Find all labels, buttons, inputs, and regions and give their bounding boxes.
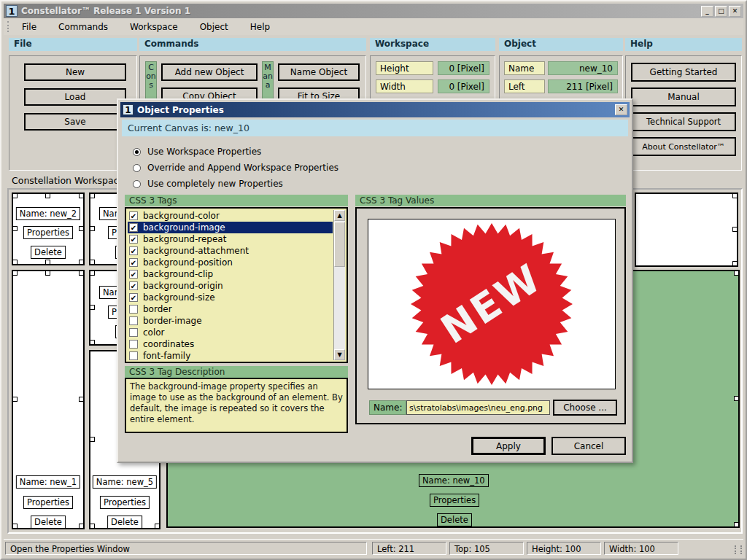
choose-button[interactable]: Choose ... — [553, 400, 617, 416]
menu-object[interactable]: Object — [193, 20, 235, 34]
menubar-grip-icon — [7, 21, 9, 32]
tag-row[interactable]: ✔background-position — [128, 257, 333, 268]
tag-checkbox[interactable] — [129, 340, 138, 349]
width-value: 0 [Pixel] — [438, 79, 489, 93]
tag-row[interactable]: color — [128, 327, 333, 338]
close-button[interactable]: ✕ — [729, 6, 741, 17]
tag-row[interactable]: ✔background-origin — [128, 280, 333, 292]
help-panel: Help Getting Started Manual Technical Su… — [625, 38, 742, 171]
tag-checkbox[interactable]: ✔ — [129, 258, 138, 267]
radio-option[interactable]: Use Workspace Properties — [133, 144, 338, 160]
object-panel-header: Object — [499, 38, 623, 51]
status-top: Top: 105 — [449, 542, 524, 555]
tag-row[interactable]: ✔background-attachment — [128, 245, 333, 257]
tag-row[interactable]: border-image — [128, 315, 333, 327]
tag-checkbox[interactable] — [129, 305, 138, 314]
file-panel-header: File — [9, 38, 137, 51]
object-name-label: Name: new_5 — [93, 475, 157, 489]
radio-option[interactable]: Override and Append Workspace Properties — [133, 160, 338, 176]
tag-row[interactable]: ✔background-image — [128, 222, 333, 233]
tag-checkbox[interactable]: ✔ — [129, 281, 138, 290]
tag-row[interactable]: ✔background-color — [128, 210, 333, 222]
workspace-panel-header: Workspace — [370, 38, 495, 51]
tag-checkbox[interactable] — [129, 328, 138, 337]
css3-tag-description: The background-image property specifies … — [125, 378, 348, 433]
about-constellator-button[interactable]: About Constellator™ — [631, 137, 736, 156]
menu-commands[interactable]: Commands — [52, 20, 115, 34]
radio-label: Override and Append Workspace Properties — [147, 163, 338, 173]
tag-checkbox[interactable]: ✔ — [129, 246, 138, 255]
object-delete-button[interactable]: Delete — [437, 513, 472, 526]
css3-tags-list[interactable]: ✔background-color✔background-image✔backg… — [125, 207, 348, 363]
save-button[interactable]: Save — [24, 113, 126, 131]
tag-row[interactable]: border — [128, 303, 333, 315]
canvas-object-new_1[interactable]: Name: new_1 Properties Delete — [12, 270, 85, 529]
tag-checkbox[interactable]: ✔ — [129, 293, 138, 302]
scroll-up-icon[interactable]: ▲ — [334, 210, 345, 221]
canvas-object-right[interactable] — [635, 192, 738, 267]
tag-label: background-clip — [143, 269, 213, 279]
menubar: File Commands Workspace Object Help — [4, 18, 743, 35]
radio-icon[interactable] — [133, 180, 141, 188]
help-panel-header: Help — [625, 38, 742, 51]
tag-checkbox[interactable]: ✔ — [129, 270, 138, 279]
tag-row[interactable]: ✔background-clip — [128, 268, 333, 280]
tag-row[interactable]: coordinates — [128, 338, 333, 350]
resize-grip-icon[interactable] — [735, 545, 742, 554]
tag-label: color — [143, 327, 165, 338]
object-properties-button[interactable]: Properties — [23, 496, 73, 509]
object-properties-button[interactable]: Properties — [100, 496, 150, 509]
technical-support-button[interactable]: Technical Support — [631, 112, 736, 131]
tag-checkbox[interactable]: ✔ — [129, 211, 138, 220]
minimize-button[interactable]: _ — [701, 6, 713, 17]
scrollbar-thumb[interactable] — [334, 222, 345, 267]
image-path-field[interactable]: s\stratolabs\images\neu_eng.png — [406, 400, 550, 415]
add-new-object-button[interactable]: Add new Object — [161, 63, 258, 81]
apply-button[interactable]: Apply — [471, 437, 546, 455]
name-object-button[interactable]: Name Object — [278, 63, 360, 81]
tags-scrollbar[interactable]: ▲ ▼ — [333, 210, 345, 360]
name-value: new_10 — [548, 61, 618, 75]
menu-workspace[interactable]: Workspace — [123, 20, 185, 34]
load-button[interactable]: Load — [24, 88, 126, 106]
scroll-down-icon[interactable]: ▼ — [334, 349, 345, 360]
dialog-close-button[interactable]: ✕ — [615, 104, 627, 115]
tag-checkbox[interactable]: ✔ — [129, 223, 138, 232]
radio-option[interactable]: Use completely new Properties — [133, 176, 338, 192]
tag-row[interactable]: ✔background-size — [128, 292, 333, 303]
manual-button[interactable]: Manual — [631, 88, 736, 106]
radio-label: Use Workspace Properties — [147, 147, 261, 157]
properties-mode-radio-group: Use Workspace PropertiesOverride and App… — [133, 144, 338, 192]
tag-checkbox[interactable]: ✔ — [129, 235, 138, 244]
statusbar: Open the Properties Window Left: 211 Top… — [4, 539, 743, 556]
getting-started-button[interactable]: Getting Started — [631, 63, 736, 82]
object-delete-button[interactable]: Delete — [107, 516, 142, 529]
object-delete-button[interactable]: Delete — [31, 246, 66, 259]
maximize-button[interactable]: □ — [715, 6, 727, 17]
app-icon: 1 — [6, 5, 18, 17]
radio-icon[interactable] — [133, 164, 141, 172]
cancel-button[interactable]: Cancel — [551, 437, 626, 455]
menu-help[interactable]: Help — [244, 20, 276, 34]
object-properties-button[interactable]: Properties — [430, 494, 479, 507]
tag-checkbox[interactable] — [129, 351, 138, 360]
menu-file[interactable]: File — [15, 20, 43, 34]
object-delete-button[interactable]: Delete — [31, 516, 66, 529]
help-panel-body: Getting Started Manual Technical Support… — [625, 55, 742, 171]
tag-row[interactable]: font-family — [128, 350, 333, 362]
dialog-titlebar[interactable]: 1 Object Properties ✕ — [120, 102, 630, 117]
status-message: Open the Properties Window — [5, 542, 367, 555]
tag-label: background-color — [143, 211, 220, 221]
tag-row[interactable]: ✔background-repeat — [128, 233, 333, 245]
canvas-object-new_2[interactable]: Name: new_2 Properties Delete — [12, 192, 85, 265]
new-button[interactable]: New — [24, 63, 126, 81]
css3-tags-header: CSS 3 Tags — [125, 195, 348, 206]
tag-checkbox[interactable] — [129, 316, 138, 325]
object-properties-button[interactable]: Properties — [23, 226, 73, 239]
left-value: 211 [Pixel] — [548, 79, 618, 93]
current-canvas-info: Current Canvas is: new_10 — [122, 120, 628, 136]
radio-icon[interactable] — [133, 148, 141, 156]
tag-label: coordinates — [143, 339, 194, 349]
tag-label: border — [143, 304, 172, 314]
left-label: Left — [504, 79, 545, 93]
